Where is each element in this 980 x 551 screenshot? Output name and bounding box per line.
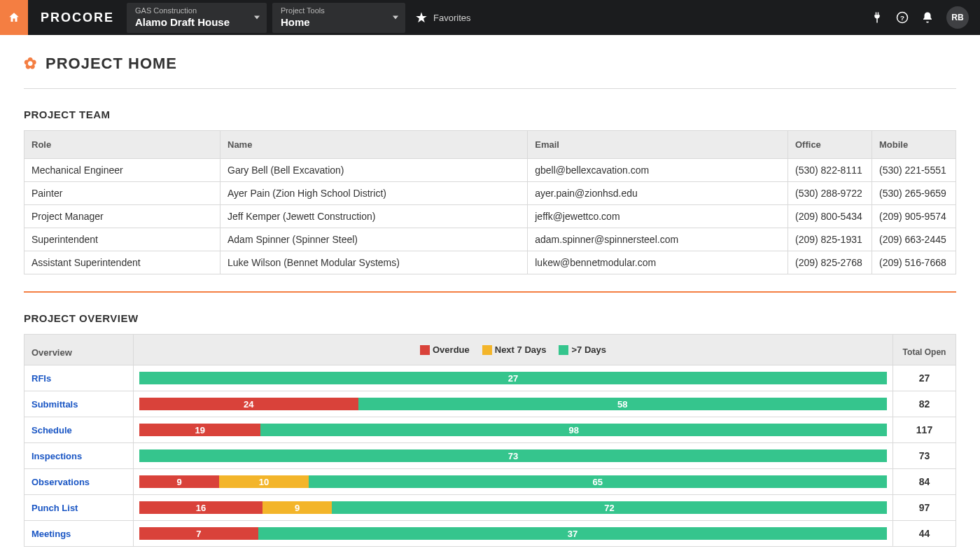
bar-seg-red: 24 — [139, 398, 358, 410]
overview-col-total: Total Open — [892, 335, 955, 365]
overview-total: 27 — [892, 365, 955, 391]
team-cell-office: (209) 825-2768 — [788, 251, 872, 274]
company-dropdown[interactable]: GAS Construction Alamo Draft House — [127, 3, 267, 33]
team-cell-mobile: (530) 265-9659 — [872, 182, 956, 205]
team-row: SuperintendentAdam Spinner (Spinner Stee… — [24, 228, 956, 251]
overview-row: RFIs2727 — [24, 365, 955, 391]
tools-dropdown[interactable]: Project Tools Home — [272, 3, 405, 33]
bar-seg-green: 72 — [332, 501, 887, 514]
bell-icon[interactable] — [921, 11, 934, 24]
team-cell-email: gbell@bellexcavation.com — [528, 159, 788, 182]
tools-dropdown-sub: Project Tools — [281, 7, 384, 15]
overview-heading: PROJECT OVERVIEW — [24, 312, 956, 324]
tools-dropdown-main: Home — [281, 16, 384, 29]
gear-icon: ✿ — [24, 55, 37, 73]
team-cell-office: (530) 288-9722 — [788, 182, 872, 205]
overview-total: 44 — [892, 521, 955, 546]
help-icon[interactable]: ? — [896, 11, 909, 24]
brand-logo: PROCORE — [28, 11, 127, 25]
overview-bar: 73 — [134, 443, 892, 468]
bar-seg-amber: 9 — [262, 501, 332, 514]
team-cell-mobile: (209) 905-9574 — [872, 205, 956, 228]
swatch-green — [559, 345, 568, 355]
bar-seg-red: 19 — [139, 424, 260, 436]
svg-text:?: ? — [900, 14, 904, 22]
page-body: ✿ PROJECT HOME PROJECT TEAM RoleNameEmai… — [7, 35, 973, 551]
team-cell-email: adam.spinner@spinnersteel.com — [528, 228, 788, 251]
favorites-button[interactable]: ★ Favorites — [415, 9, 470, 26]
bar-seg-red: 9 — [139, 475, 219, 488]
overview-header: Overview Overdue Next 7 Days >7 Days Tot… — [24, 335, 955, 365]
favorites-label: Favorites — [433, 13, 470, 23]
legend-overdue: Overdue — [420, 344, 470, 355]
team-cell-email: jeffk@jewettco.com — [528, 205, 788, 228]
team-cell-mobile: (530) 221-5551 — [872, 159, 956, 182]
overview-row: Submittals245882 — [24, 391, 955, 417]
overview-bar: 27 — [134, 365, 892, 391]
team-col-name: Name — [220, 131, 528, 159]
team-row: Assistant SuperintendentLuke Wilson (Ben… — [24, 251, 956, 274]
team-cell-role: Mechanical Engineer — [24, 159, 220, 182]
overview-link[interactable]: Submittals — [31, 399, 78, 410]
page-title: PROJECT HOME — [46, 55, 177, 73]
overview-total: 97 — [892, 495, 955, 520]
divider-accent — [24, 291, 956, 293]
overview-legend: Overdue Next 7 Days >7 Days — [134, 335, 892, 365]
team-heading: PROJECT TEAM — [24, 109, 956, 120]
team-col-email: Email — [528, 131, 788, 159]
overview-row: Observations9106584 — [24, 469, 955, 495]
overview-total: 84 — [892, 469, 955, 494]
top-nav: PROCORE GAS Construction Alamo Draft Hou… — [0, 0, 980, 35]
overview-row: Meetings73744 — [24, 521, 955, 546]
team-row: Project ManagerJeff Kemper (Jewett Const… — [24, 205, 956, 228]
overview-row: Schedule1998117 — [24, 417, 955, 443]
nav-right: ? RB — [871, 6, 980, 29]
bar-seg-amber: 10 — [219, 475, 308, 488]
team-col-mobile: Mobile — [872, 131, 956, 159]
page-title-row: ✿ PROJECT HOME — [24, 55, 956, 73]
team-cell-name: Luke Wilson (Bennet Modular Systems) — [220, 251, 528, 274]
team-row: PainterAyer Pain (Zion High School Distr… — [24, 182, 956, 205]
team-col-office: Office — [788, 131, 872, 159]
team-cell-role: Superintendent — [24, 228, 220, 251]
bar-seg-green: 65 — [309, 475, 887, 488]
overview-link[interactable]: Inspections — [31, 451, 82, 461]
company-dropdown-main: Alamo Draft House — [135, 16, 246, 29]
bar-seg-green: 98 — [260, 424, 887, 436]
overview-link[interactable]: Meetings — [31, 529, 71, 539]
team-cell-role: Painter — [24, 182, 220, 205]
legend-next7: Next 7 Days — [482, 344, 547, 355]
overview-link[interactable]: Punch List — [31, 503, 78, 513]
overview-table: Overview Overdue Next 7 Days >7 Days Tot… — [24, 334, 956, 547]
bar-seg-red: 16 — [139, 501, 262, 514]
overview-bar: 91065 — [134, 469, 892, 494]
overview-row: Punch List1697297 — [24, 495, 955, 521]
home-button[interactable] — [0, 0, 28, 35]
legend-over7: >7 Days — [559, 344, 606, 355]
team-cell-mobile: (209) 663-2445 — [872, 228, 956, 251]
overview-link[interactable]: RFIs — [31, 373, 51, 384]
user-avatar[interactable]: RB — [946, 6, 969, 29]
team-cell-name: Gary Bell (Bell Excavation) — [220, 159, 528, 182]
team-cell-name: Ayer Pain (Zion High School District) — [220, 182, 528, 205]
company-dropdown-sub: GAS Construction — [135, 7, 246, 15]
team-col-role: Role — [24, 131, 220, 159]
team-cell-mobile: (209) 516-7668 — [872, 251, 956, 274]
bar-seg-green: 73 — [139, 449, 887, 462]
team-cell-email: ayer.pain@zionhsd.edu — [528, 182, 788, 205]
overview-bar: 16972 — [134, 495, 892, 520]
overview-bar: 2458 — [134, 391, 892, 417]
overview-row: Inspections7373 — [24, 443, 955, 469]
overview-col-label: Overview — [24, 335, 134, 365]
bar-seg-green: 27 — [139, 372, 887, 384]
team-cell-role: Project Manager — [24, 205, 220, 228]
overview-bar: 737 — [134, 521, 892, 546]
plug-icon[interactable] — [871, 11, 883, 24]
bar-seg-green: 37 — [258, 527, 887, 540]
overview-link[interactable]: Schedule — [31, 425, 72, 435]
overview-link[interactable]: Observations — [31, 477, 90, 487]
team-cell-name: Jeff Kemper (Jewett Construction) — [220, 205, 528, 228]
team-cell-office: (530) 822-8111 — [788, 159, 872, 182]
overview-bar: 1998 — [134, 417, 892, 442]
team-cell-name: Adam Spinner (Spinner Steel) — [220, 228, 528, 251]
